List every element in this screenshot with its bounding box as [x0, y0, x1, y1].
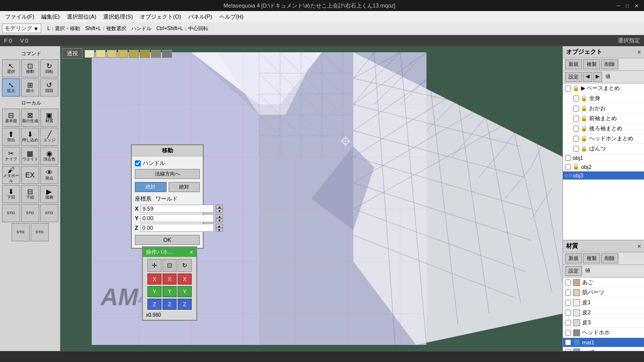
list-item[interactable]: 🔒 ▶ ベースまとめ	[563, 83, 644, 94]
mat-checkbox[interactable]	[565, 280, 571, 286]
op-y-pos-btn[interactable]: Y	[178, 286, 192, 297]
mat-settings-button[interactable]: 設定	[565, 266, 582, 276]
obj-checkbox[interactable]	[573, 146, 579, 152]
menu-select-area[interactable]: 選択部位(A)	[64, 12, 100, 22]
op-rotate-btn[interactable]: ↻	[178, 259, 192, 272]
op-z-mid-btn[interactable]: Z	[163, 299, 177, 310]
list-item[interactable]: 肌パーツ	[563, 288, 644, 298]
color-swatch-8[interactable]	[162, 50, 172, 58]
list-item[interactable]: 🔒 後ろ袖まとめ	[563, 124, 644, 134]
obj-nav-prev[interactable]: ◀	[583, 72, 592, 82]
absolute-button[interactable]: 絶対	[135, 182, 167, 192]
z-input[interactable]	[140, 224, 214, 232]
tool-std4[interactable]: STD	[12, 223, 30, 241]
color-swatch-7[interactable]	[151, 50, 161, 58]
materials-panel-close[interactable]: ×	[637, 243, 641, 250]
tool-base-point[interactable]: ⊟ 基本面	[2, 109, 20, 127]
relative-button[interactable]: 絶対	[169, 182, 200, 192]
viewport[interactable]: 透視 AM4 移動 ハンドル 法線	[60, 46, 562, 351]
x-down-arrow[interactable]: ▼	[216, 209, 223, 213]
list-item[interactable]: 🔒 全身	[563, 94, 644, 104]
op-z-neg-btn[interactable]: Z	[147, 299, 162, 310]
maximize-button[interactable]: □	[624, 2, 631, 9]
perspective-button[interactable]: 透視	[62, 48, 83, 59]
mat-checkbox[interactable]	[565, 290, 571, 296]
op-x-neg-btn[interactable]: X	[147, 274, 162, 285]
tool-scale[interactable]: ⤡ 拡大	[2, 78, 20, 97]
obj-copy-button[interactable]: 複製	[583, 59, 600, 69]
mode-dropdown[interactable]: モデリング ▼	[2, 24, 41, 33]
z-up-arrow[interactable]: ▲	[216, 224, 223, 228]
obj-new-button[interactable]: 新規	[565, 59, 582, 69]
menu-file[interactable]: ファイル(F)	[2, 12, 37, 22]
list-item[interactable]: あご	[563, 278, 644, 288]
tool-material[interactable]: ▣ 材質	[40, 109, 58, 127]
tool-knife[interactable]: ✂ ナイフ	[2, 147, 20, 165]
mat-new-button[interactable]: 新規	[565, 253, 582, 263]
list-item[interactable]: 0 0 obj3	[563, 171, 644, 180]
op-z-pos-btn[interactable]: Z	[178, 299, 192, 310]
list-item[interactable]: 🔒 ヘッドホンまとめ	[563, 134, 644, 144]
list-item[interactable]: mat1	[563, 338, 644, 347]
list-item[interactable]: 🔒 おかお	[563, 104, 644, 114]
tool-move-select[interactable]: ⊡ 移動	[21, 59, 39, 77]
color-swatch-3[interactable]	[107, 50, 117, 58]
list-item[interactable]: 🔒 ぱんつ	[563, 144, 644, 154]
list-item[interactable]: 皮3	[563, 318, 644, 328]
obj-checkbox[interactable]	[565, 164, 571, 170]
tool-std5[interactable]: STD	[31, 223, 49, 241]
tool-scale2[interactable]: ⊞ 縮小	[21, 78, 39, 97]
op-y-mid-btn[interactable]: Y	[163, 286, 177, 297]
menu-panel[interactable]: パネル(P)	[185, 12, 215, 22]
tool-rotate[interactable]: ↻ 回転	[40, 59, 58, 77]
y-up-arrow[interactable]: ▲	[216, 214, 223, 218]
tool-gen-face[interactable]: ⊠ 面の生成	[21, 109, 39, 127]
minimize-button[interactable]: ─	[615, 2, 622, 9]
y-down-arrow[interactable]: ▼	[216, 218, 223, 222]
obj-checkbox[interactable]	[565, 155, 571, 161]
color-swatch-4[interactable]	[118, 50, 128, 58]
tool-push[interactable]: ⬇ 押し込め	[21, 128, 39, 146]
tool-std3[interactable]: STD	[40, 204, 58, 222]
list-item[interactable]: obj1	[563, 154, 644, 162]
tool-rotate2[interactable]: ↺ 回回	[40, 78, 58, 97]
op-scale-btn[interactable]: ⊡	[163, 259, 177, 272]
op-close-button[interactable]: ×	[190, 249, 193, 256]
list-item[interactable]: 皮1	[563, 298, 644, 308]
menu-edit[interactable]: 編集(E)	[38, 12, 63, 22]
close-window-button[interactable]: ✕	[633, 2, 640, 9]
ok-button[interactable]: OK	[135, 235, 200, 245]
x-up-arrow[interactable]: ▲	[216, 205, 223, 209]
tool-paint[interactable]: 🖌 メタボール	[2, 166, 20, 184]
tool-edge[interactable]: ╱ エッジ	[40, 128, 58, 146]
tool-std1[interactable]: STD	[2, 204, 20, 222]
tool-below[interactable]: ⬇ 下回	[2, 185, 20, 203]
list-item[interactable]: 🔒 obj2	[563, 162, 644, 171]
mat-checkbox[interactable]	[565, 310, 571, 316]
op-x-pos-btn[interactable]: X	[178, 274, 192, 285]
tool-std2[interactable]: STD	[21, 204, 39, 222]
list-item[interactable]: 皮2	[563, 308, 644, 318]
mat-delete-button[interactable]: 削除	[601, 253, 618, 263]
list-item[interactable]: 🔒 前袖まとめ	[563, 114, 644, 124]
obj-settings-button[interactable]: 設定	[565, 72, 582, 82]
menu-select-process[interactable]: 選択処理(S)	[100, 12, 136, 22]
tool-paint2[interactable]: EX	[21, 166, 39, 184]
list-item[interactable]: mat2	[563, 347, 644, 351]
mat-checkbox[interactable]	[565, 349, 571, 351]
color-swatch-5[interactable]	[129, 50, 139, 58]
list-item[interactable]: ヘッドホホ	[563, 328, 644, 338]
z-down-arrow[interactable]: ▼	[216, 228, 223, 232]
op-y-neg-btn[interactable]: Y	[147, 286, 162, 297]
tool-weight[interactable]: ▦ ウエイト	[21, 147, 39, 165]
mat-copy-button[interactable]: 複製	[583, 253, 600, 263]
mat-checkbox[interactable]	[565, 330, 571, 336]
op-move-btn[interactable]: ✛	[147, 259, 162, 272]
direction-button[interactable]: 法線方向へ	[135, 169, 200, 179]
op-x-mid-btn[interactable]: X	[163, 274, 177, 285]
mat-checkbox[interactable]	[565, 339, 571, 345]
menu-object[interactable]: オブジェクト(O)	[137, 12, 184, 22]
tool-protrude[interactable]: ⬆ 突出	[2, 128, 20, 146]
tool-scene[interactable]: ▶ 描画	[40, 185, 58, 203]
x-input[interactable]	[140, 205, 214, 213]
